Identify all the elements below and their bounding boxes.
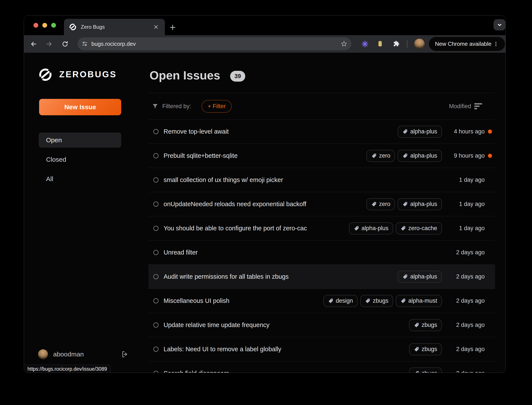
extension-coins-icon[interactable] — [376, 40, 384, 48]
issue-status-circle-icon — [153, 129, 159, 135]
label-pill[interactable]: zero — [366, 198, 395, 210]
issue-status-circle-icon — [153, 322, 159, 328]
sidebar-item-all[interactable]: All — [39, 171, 121, 187]
issue-status-circle-icon — [153, 274, 159, 280]
kebab-menu-icon[interactable] — [493, 41, 500, 47]
issue-title: Audit write permissions for all tables i… — [164, 273, 392, 280]
zbugs-app: ZEROBUGS New Issue OpenClosedAll aboodma… — [24, 53, 505, 373]
issue-modified-time: 2 days ago — [446, 370, 485, 373]
issue-modified-time: 4 hours ago — [446, 128, 485, 135]
issue-title: Prebuilt sqlite+better-sqlite — [164, 152, 361, 159]
minimize-window-button[interactable] — [42, 23, 47, 28]
issue-modified-time: 2 days ago — [446, 273, 485, 280]
label-text: alpha-plus — [410, 128, 437, 135]
issue-row[interactable]: Update relative time update frequency zb… — [148, 313, 495, 337]
zerobugs-logo-icon — [38, 68, 52, 82]
issue-labels: alpha-plus zero-cache — [349, 222, 442, 235]
label-pill[interactable]: zbugs — [409, 343, 442, 355]
issue-modified-time: 2 days ago — [446, 346, 485, 352]
issue-status-circle-icon — [153, 177, 159, 183]
label-pill[interactable]: zero-cache — [396, 222, 442, 235]
label-pill[interactable]: alpha-plus — [349, 222, 393, 235]
extensions-puzzle-icon[interactable] — [392, 40, 400, 48]
tab-search-chevron-button[interactable] — [494, 19, 505, 30]
zoom-window-button[interactable] — [51, 23, 56, 28]
issue-row[interactable]: onUpdateNeeded reloads need exponential … — [148, 192, 495, 216]
issue-title: onUpdateNeeded reloads need exponential … — [164, 201, 361, 208]
address-bar[interactable]: bugs.rocicorp.dev — [78, 37, 351, 50]
label-pill[interactable]: alpha-must — [396, 295, 442, 307]
new-issue-button[interactable]: New Issue — [39, 99, 121, 115]
extension-loom-icon[interactable] — [361, 40, 369, 48]
chrome-update-button[interactable]: New Chrome available — [429, 37, 505, 51]
sidebar-item-open[interactable]: Open — [39, 133, 121, 148]
zero-logo-favicon — [69, 23, 76, 31]
label-pill[interactable]: alpha-plus — [398, 150, 442, 162]
tab-close-icon[interactable] — [152, 23, 160, 31]
label-pill[interactable]: zbugs — [409, 367, 442, 373]
issue-status-circle-icon — [153, 153, 159, 159]
issue-status-circle-icon — [153, 225, 159, 231]
add-filter-button[interactable]: + Filter — [202, 100, 232, 113]
browser-toolbar: bugs.rocicorp.dev New Chrome available — [24, 35, 505, 53]
label-pill[interactable]: zbugs — [409, 319, 442, 331]
label-pill[interactable]: design — [323, 295, 358, 307]
issue-modified-time: 2 days ago — [446, 322, 485, 328]
label-text: alpha-plus — [361, 225, 388, 232]
label-text: zbugs — [373, 297, 388, 304]
back-button[interactable] — [30, 40, 37, 48]
reload-button[interactable] — [61, 40, 69, 48]
funnel-icon — [152, 103, 158, 109]
browser-tab[interactable]: Zero Bugs — [64, 19, 165, 35]
bookmark-star-icon[interactable] — [340, 40, 347, 47]
sort-order-icon[interactable] — [474, 103, 483, 109]
tab-title: Zero Bugs — [81, 24, 152, 30]
label-pill[interactable]: alpha-plus — [398, 271, 442, 283]
label-pill[interactable]: zbugs — [360, 295, 393, 307]
logout-icon[interactable] — [121, 350, 129, 358]
forward-button[interactable] — [45, 40, 53, 48]
sort-by-label[interactable]: Modified — [449, 103, 471, 110]
issue-row[interactable]: Remove top-level await alpha-plus 4 hour… — [148, 120, 495, 144]
issue-row[interactable]: small collection of ux things w/ emoji p… — [148, 168, 495, 192]
label-text: zbugs — [421, 322, 437, 328]
issue-modified-time: 1 day ago — [446, 225, 485, 232]
label-pill[interactable]: alpha-plus — [398, 198, 442, 210]
brand-wordmark: ZEROBUGS — [59, 69, 117, 79]
label-text: zero — [379, 152, 390, 159]
issue-row[interactable]: Labels: Need UI to remove a label global… — [148, 337, 495, 361]
issue-status-circle-icon — [153, 250, 159, 255]
profile-avatar[interactable] — [414, 39, 425, 49]
issue-labels: design zbugs alpha-must — [323, 295, 442, 307]
label-pill[interactable]: zero — [366, 150, 395, 162]
label-text: zbugs — [421, 346, 437, 352]
close-window-button[interactable] — [34, 23, 38, 28]
issue-status-circle-icon — [153, 201, 159, 207]
issue-title: Search field disappears — [164, 370, 404, 373]
issue-modified-time: 1 day ago — [446, 201, 485, 208]
issue-row[interactable]: Audit write permissions for all tables i… — [148, 265, 495, 289]
label-pill[interactable]: alpha-plus — [398, 126, 442, 138]
issue-labels: zbugs — [409, 367, 442, 373]
issue-row[interactable]: You should be able to configure the port… — [148, 216, 495, 241]
issue-title: Unread filter — [164, 249, 437, 256]
issue-row[interactable]: Search field disappears zbugs 2 days ago — [148, 361, 495, 373]
unread-dot-area — [485, 154, 495, 158]
issue-title: Update relative time update frequency — [164, 321, 404, 329]
issue-status-circle-icon — [153, 371, 159, 373]
user-avatar[interactable] — [38, 349, 48, 359]
sidebar-item-closed[interactable]: Closed — [39, 152, 121, 167]
label-text: zero-cache — [408, 225, 437, 232]
issue-title: Remove top-level await — [164, 128, 392, 135]
new-tab-button[interactable] — [168, 23, 177, 32]
unread-dot — [488, 129, 492, 134]
site-settings-icon[interactable] — [82, 40, 88, 47]
issue-labels: zbugs — [409, 343, 442, 355]
issue-row[interactable]: Unread filter 2 days ago — [148, 241, 495, 265]
label-text: alpha-plus — [410, 273, 437, 280]
issue-row[interactable]: Prebuilt sqlite+better-sqlite zero alpha… — [148, 144, 495, 168]
issue-row[interactable]: Miscellaneous UI polish design zbugs alp… — [148, 289, 495, 313]
chrome-update-label: New Chrome available — [435, 40, 493, 47]
status-filter-nav: OpenClosedAll — [39, 133, 121, 191]
label-text: design — [336, 297, 353, 304]
